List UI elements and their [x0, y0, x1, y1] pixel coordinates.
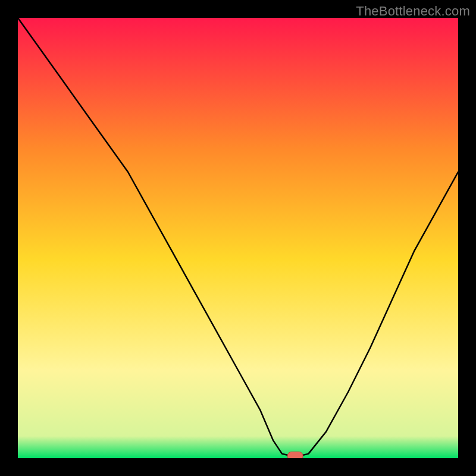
plot-area	[18, 18, 458, 458]
watermark-label: TheBottleneck.com	[356, 4, 470, 19]
gradient-background	[18, 18, 458, 458]
optimal-marker	[287, 452, 303, 458]
chart-frame: TheBottleneck.com	[0, 0, 476, 476]
bottleneck-chart	[18, 18, 458, 458]
